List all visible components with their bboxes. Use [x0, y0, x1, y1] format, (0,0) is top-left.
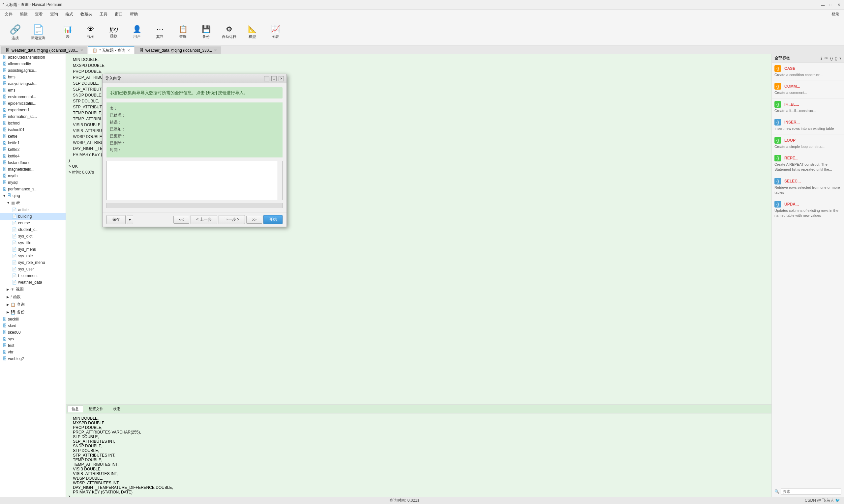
braces-icon[interactable]: {} [830, 56, 833, 60]
sidebar-item-assistingagricu[interactable]: 🗄 assistingagricu... [0, 67, 66, 74]
sidebar-item-student_c[interactable]: 📄 student_c... [0, 226, 66, 233]
toolbar-backup[interactable]: 💾 备份 [195, 21, 217, 43]
sidebar-item-magneticfield[interactable]: 🗄 magneticfield... [0, 166, 66, 173]
info-icon[interactable]: ℹ [821, 56, 822, 60]
sidebar-item-sys_user[interactable]: 📄 sys_user [0, 266, 66, 272]
toolbar-autorun[interactable]: ⚙ 自动运行 [218, 21, 240, 43]
next-button[interactable]: 下一步 > [219, 215, 245, 224]
toolbar-query[interactable]: 📋 查询 [172, 21, 194, 43]
toolbar-table[interactable]: 📊 表 [56, 21, 79, 43]
tab-weather2[interactable]: 🗄 weather_data @qing (localhost_330... ✕ [135, 47, 221, 54]
sidebar-item-course[interactable]: 📄 course [0, 220, 66, 226]
sidebar-item-absolutetransmission[interactable]: 🗄 absolutetransmission [0, 54, 66, 60]
sidebar-item-environmental[interactable]: 🗄 environmental... [0, 93, 66, 100]
toolbar-function[interactable]: f(x) 函数 [103, 21, 125, 43]
sidebar-item-sys_file[interactable]: 📄 sys_file [0, 239, 66, 246]
sidebar-item-vueblog2[interactable]: 🗄 vueblog2 [0, 356, 66, 362]
search-input[interactable] [781, 488, 841, 495]
sidebar-item-sys_dict[interactable]: 📄 sys_dict [0, 233, 66, 239]
sidebar-item-sys[interactable]: 🗄 sys [0, 336, 66, 342]
save-button[interactable]: 保存 [106, 215, 126, 224]
menu-query[interactable]: 查询 [47, 11, 61, 18]
sidebar-item-allcommodity[interactable]: 🗄 allcommodity [0, 60, 66, 67]
maximize-btn[interactable]: □ [828, 2, 833, 7]
snippet-repeat[interactable]: {} REPE... Create A REPEAT construct. Th… [772, 152, 844, 175]
menu-file[interactable]: 文件 [1, 11, 16, 18]
toolbar-model[interactable]: 📐 模型 [241, 21, 263, 43]
sidebar-item-kettle[interactable]: 🗄 kettle [0, 133, 66, 140]
start-button[interactable]: 开始 [263, 215, 282, 224]
paren-icon[interactable]: () [835, 56, 838, 60]
sidebar-item-ischool[interactable]: 🗄 ischool [0, 120, 66, 126]
sidebar-item-t_comment[interactable]: 📄 t_comment [0, 272, 66, 279]
modal-log[interactable] [106, 161, 282, 200]
menu-help[interactable]: 帮助 [126, 11, 141, 18]
last-button[interactable]: >> [246, 216, 262, 224]
sidebar-item-bms[interactable]: 🗄 bms [0, 74, 66, 80]
sidebar-item-ems[interactable]: 🗄 ems [0, 87, 66, 93]
sidebar-item-lostandfound[interactable]: 🗄 lostandfound [0, 159, 66, 166]
minimize-btn[interactable]: — [820, 2, 826, 7]
snippet-loop[interactable]: {} LOOP Create a simple loop construc... [772, 134, 844, 152]
sidebar-item-experiment1[interactable]: 🗄 experiment1 [0, 107, 66, 113]
toolbar-connect[interactable]: 🔗 连接 [4, 21, 27, 43]
sidebar-item-sked00[interactable]: 🗄 sked00 [0, 329, 66, 336]
modal-log-scrollbar[interactable] [278, 161, 282, 200]
sidebar-item-queries[interactable]: ▶ 📋 查询 [0, 301, 66, 308]
menu-format[interactable]: 格式 [62, 11, 76, 18]
snippet-select[interactable]: {} SELEC... Retrieve rows selected from … [772, 175, 844, 198]
sidebar-item-epidemicstatis[interactable]: 🗄 epidemicstatis... [0, 100, 66, 107]
modal-title-bar[interactable]: 导入向导 — □ ✕ [103, 74, 287, 83]
sidebar-item-sys_role_menu[interactable]: 📄 sys_role_menu [0, 259, 66, 266]
sidebar-item-sys_menu[interactable]: 📄 sys_menu [0, 246, 66, 253]
toolbar-chart[interactable]: 📈 图表 [264, 21, 287, 43]
sidebar-item-performance_s[interactable]: 🗄 performance_s... [0, 186, 66, 192]
tab-weather2-close[interactable]: ✕ [214, 48, 217, 52]
sidebar-item-kettle4[interactable]: 🗄 kettle4 [0, 153, 66, 159]
sidebar-item-article[interactable]: 📄 article [0, 206, 66, 213]
snippet-comment[interactable]: {} COMM... Create a comment... [772, 80, 844, 98]
modal-minimize[interactable]: — [264, 76, 269, 82]
modal-restore[interactable]: □ [271, 76, 277, 82]
menu-edit[interactable]: 编辑 [16, 11, 31, 18]
sidebar-item-backup[interactable]: ▶ 💾 备份 [0, 308, 66, 316]
sidebar-item-mydb[interactable]: 🗄 mydb [0, 173, 66, 179]
sidebar-item-easydrivingsch[interactable]: 🗄 easydrivingsch... [0, 80, 66, 87]
sidebar-item-test[interactable]: 🗄 test [0, 342, 66, 349]
snippet-update[interactable]: {} UPDA... Updates columns of existing r… [772, 198, 844, 221]
snippet-ifelse[interactable]: {} IF...EL... Create a if...if...constru… [772, 98, 844, 116]
save-dropdown-button[interactable]: ▾ [127, 215, 133, 224]
menu-window[interactable]: 窗口 [111, 11, 126, 18]
snippet-insert[interactable]: {} INSER... Insert new rows into an exis… [772, 116, 844, 134]
toolbar-view[interactable]: 👁 视图 [80, 21, 102, 43]
sidebar-item-qing[interactable]: ▼ 🗄 qing [0, 192, 66, 199]
sidebar-item-sked[interactable]: 🗄 sked [0, 323, 66, 329]
tab-weather1[interactable]: 🗄 weather_data @qing (localhost_330... ✕ [1, 47, 87, 54]
close-btn[interactable]: ✕ [836, 2, 841, 7]
sidebar-item-seckill[interactable]: 🗄 seckill [0, 316, 66, 323]
sidebar-item-views[interactable]: ▶ 👁 视图 [0, 286, 66, 293]
tab-untitled[interactable]: 📋 * 无标题 - 查询 ✕ [88, 47, 135, 54]
sidebar-item-ischool01[interactable]: 🗄 ischool01 [0, 126, 66, 133]
modal-close[interactable]: ✕ [279, 76, 284, 82]
sidebar-item-information_sc[interactable]: 🗄 information_sc... [0, 113, 66, 120]
toolbar-other[interactable]: ⋯ 其它 [149, 21, 171, 43]
eye-icon[interactable]: 👁 [824, 56, 828, 60]
sidebar-item-weather_data[interactable]: 📄 weather_data [0, 279, 66, 286]
sidebar-item-kettle2[interactable]: 🗄 kettle2 [0, 146, 66, 153]
sidebar-item-kettle1[interactable]: 🗄 kettle1 [0, 140, 66, 146]
toolbar-new-query[interactable]: 📄 新建查询 [27, 21, 49, 43]
sidebar-item-vhr[interactable]: 🗄 vhr [0, 349, 66, 356]
login-btn[interactable]: 登录 [828, 11, 843, 18]
menu-favorites[interactable]: 收藏夹 [77, 11, 96, 18]
first-button[interactable]: << [173, 216, 189, 224]
prev-button[interactable]: < 上一步 [191, 215, 217, 224]
menu-tools[interactable]: 工具 [96, 11, 111, 18]
sidebar-item-functions[interactable]: ▶ f 函数 [0, 293, 66, 301]
sidebar-item-building[interactable]: 📄 building [0, 213, 66, 220]
menu-view[interactable]: 查看 [32, 11, 46, 18]
sidebar-item-sys_role[interactable]: 📄 sys_role [0, 253, 66, 259]
toolbar-user[interactable]: 👤 用户 [126, 21, 148, 43]
snippet-case[interactable]: {} CASE Create a condition construct... [772, 62, 844, 80]
sidebar-item-mysql[interactable]: 🗄 mysql [0, 179, 66, 186]
